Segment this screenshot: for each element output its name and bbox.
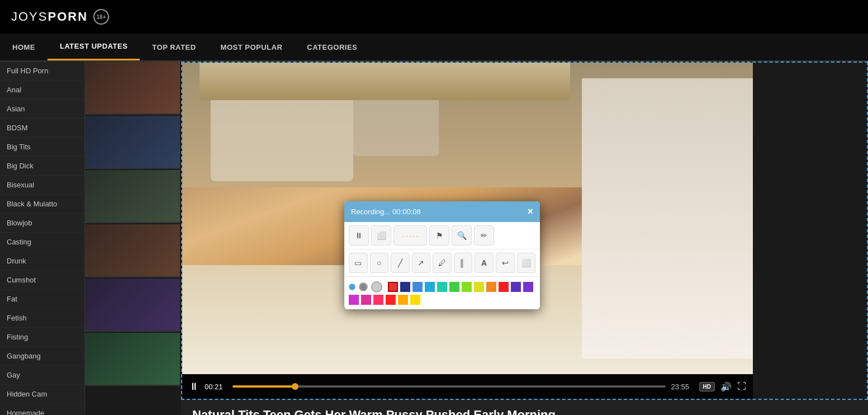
line-tool-btn[interactable]: ╱ (391, 253, 410, 273)
sidebar-item-big-tits[interactable]: Big Tits (0, 138, 84, 157)
color-red[interactable] (388, 282, 398, 292)
logo: JOYSPORN (11, 10, 88, 24)
circle-tool-btn[interactable]: ○ (370, 253, 389, 273)
play-pause-button[interactable]: ⏸ (189, 381, 199, 393)
main-nav: HOME LATEST UPDATES TOP RATED MOST POPUL… (0, 34, 868, 62)
time-total: 23:55 (671, 383, 694, 391)
sidebar-item-anal[interactable]: Anal (0, 81, 84, 100)
age-badge: 18+ (93, 9, 109, 25)
color-red2[interactable] (499, 282, 509, 292)
color-violet[interactable] (523, 282, 533, 292)
sidebar-item-fat[interactable]: Fat (0, 290, 84, 309)
add-user-tool-btn[interactable]: 🔍 (452, 225, 472, 246)
thumb-4[interactable] (85, 224, 180, 277)
sidebar-item-hidden-cam[interactable]: Hidden Cam (0, 385, 84, 404)
thumbnail-strip (85, 62, 180, 386)
color-darkblue[interactable] (400, 282, 410, 292)
toolbar-row-3 (344, 277, 540, 309)
recording-toolbar-header: Recording... 00:00:08 × (344, 201, 540, 222)
sidebar-item-blowjob[interactable]: Blowjob (0, 214, 84, 233)
color-pink-red[interactable] (373, 295, 383, 305)
sidebar-item-gay[interactable]: Gay (0, 366, 84, 385)
sidebar-item-fisting[interactable]: Fisting (0, 328, 84, 347)
progress-fill (233, 385, 295, 388)
fullscreen-button[interactable]: ⛶ (737, 381, 746, 392)
sidebar-item-black-mulatto[interactable]: Black & Mulatto (0, 195, 84, 214)
thumb-6[interactable] (85, 333, 180, 386)
sidebar-item-casting[interactable]: Casting (0, 233, 84, 252)
thumb-1[interactable] (85, 62, 180, 115)
sidebar-item-homemade[interactable]: Homemade (0, 404, 84, 415)
nav-item-most-popular[interactable]: MOST POPULAR (208, 34, 295, 60)
recording-title: Recording... (351, 208, 390, 216)
color-lime[interactable] (462, 282, 472, 292)
dash-line-tool-btn[interactable]: - - - - - (393, 225, 427, 246)
eraser-tool-btn[interactable]: ⬜ (517, 253, 536, 273)
color-hot-pink[interactable] (361, 295, 371, 305)
thumb-3[interactable] (85, 170, 180, 223)
thumb-5[interactable] (85, 279, 180, 332)
color-yellow[interactable] (474, 282, 484, 292)
highlight-tool-btn[interactable]: ▌ (454, 253, 473, 273)
main-layout: Full HD Porn Anal Asian BDSM Big Tits Bi… (0, 62, 868, 415)
pen-tool-btn[interactable]: 🖊 (433, 253, 452, 273)
thumb-2[interactable] (85, 116, 180, 169)
nav-item-home[interactable]: HOME (0, 34, 48, 60)
progress-handle[interactable] (292, 383, 298, 390)
text-tool-btn[interactable]: A (475, 253, 494, 273)
sidebar-item-full-hd-porn[interactable]: Full HD Porn (0, 62, 84, 81)
toolbar-row-1: ⏸ ⬜ - - - - - ⚑ 🔍 ✏ (344, 222, 540, 249)
flag-tool-btn[interactable]: ⚑ (429, 225, 449, 246)
arrow-tool-btn[interactable]: ↗ (412, 253, 431, 273)
content-area: Recording... 00:00:08 × ⏸ ⬜ - - - - - ⚑ … (85, 62, 868, 415)
toolbar-row-2: ▭ ○ ╱ ↗ 🖊 ▌ A ↩ ⬜ (344, 249, 540, 277)
color-lightblue[interactable] (425, 282, 435, 292)
recording-toolbar: Recording... 00:00:08 × ⏸ ⬜ - - - - - ⚑ … (344, 201, 540, 309)
nav-item-top-rated[interactable]: TOP RATED (140, 34, 208, 60)
select-tool-btn[interactable]: ⬜ (371, 225, 391, 246)
volume-button[interactable]: 🔊 (720, 381, 732, 392)
recording-timer: 00:00:08 (392, 208, 421, 216)
progress-bar[interactable] (233, 385, 666, 388)
color-orange[interactable] (486, 282, 496, 292)
sidebar-item-asian[interactable]: Asian (0, 100, 84, 119)
logo-joys: JOYS (11, 10, 48, 23)
time-current: 00:21 (205, 383, 227, 391)
sidebar: Full HD Porn Anal Asian BDSM Big Tits Bi… (0, 62, 85, 415)
sidebar-item-bdsm[interactable]: BDSM (0, 119, 84, 138)
color-bright-red[interactable] (386, 295, 396, 305)
nav-item-latest-updates[interactable]: LATEST UPDATES (48, 34, 140, 60)
size-small-dot[interactable] (349, 284, 355, 290)
sidebar-item-big-dick[interactable]: Big Dick (0, 157, 84, 176)
recording-close-button[interactable]: × (527, 206, 533, 218)
sidebar-item-gangbang[interactable]: Gangbang (0, 347, 84, 366)
color-blue[interactable] (412, 282, 423, 292)
video-player: Recording... 00:00:08 × ⏸ ⬜ - - - - - ⚑ … (181, 62, 868, 400)
logo-porn: PORN (48, 10, 88, 23)
undo-tool-btn[interactable]: ↩ (496, 253, 515, 273)
color-amber[interactable] (398, 295, 408, 305)
sidebar-item-bisexual[interactable]: Bisexual (0, 176, 84, 195)
nav-item-categories[interactable]: CATEGORIES (295, 34, 369, 60)
size-large-dot[interactable] (371, 281, 382, 293)
color-pink-purple[interactable] (349, 295, 359, 305)
pencil-tool-btn[interactable]: ✏ (474, 225, 494, 246)
sidebar-item-fetish[interactable]: Fetish (0, 309, 84, 328)
video-title: Natural Tits Teen Gets Her Warm Pussy Pu… (181, 400, 868, 415)
sidebar-item-drunk[interactable]: Drunk (0, 252, 84, 271)
video-controls-bar: ⏸ 00:21 23:55 HD 🔊 ⛶ (182, 374, 753, 399)
size-medium-dot[interactable] (359, 282, 368, 291)
color-purple[interactable] (511, 282, 521, 292)
color-bright-yellow[interactable] (410, 295, 420, 305)
rectangle-tool-btn[interactable]: ▭ (349, 253, 368, 273)
color-green[interactable] (449, 282, 459, 292)
header: JOYSPORN 18+ (0, 0, 868, 34)
color-teal[interactable] (437, 282, 447, 292)
sidebar-item-cumshot[interactable]: Cumshot (0, 271, 84, 290)
pause-tool-btn[interactable]: ⏸ (349, 225, 369, 246)
hd-badge[interactable]: HD (699, 382, 715, 392)
